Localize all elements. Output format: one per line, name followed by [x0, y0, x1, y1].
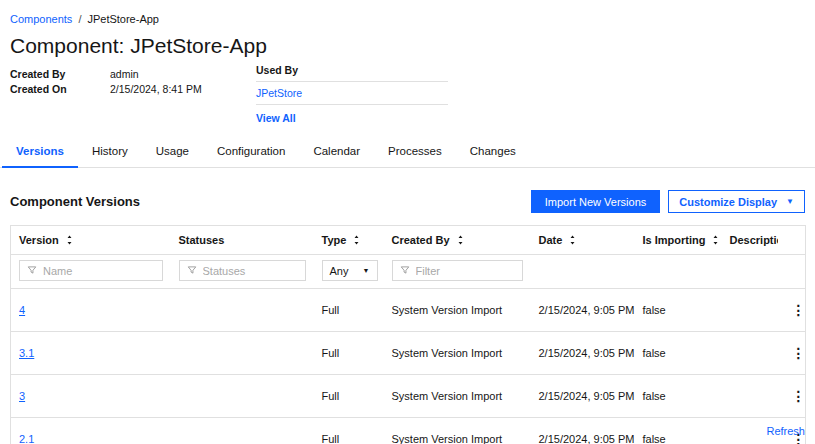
column-label-description: Description — [730, 234, 778, 246]
version-row: 3 Full System Version Import 2/15/2024, … — [11, 375, 806, 418]
section-actions: Import New Versions Customize Display ▼ — [531, 190, 805, 213]
column-header-description: Description — [722, 226, 778, 255]
column-header-date[interactable]: Date — [531, 226, 635, 255]
column-header-version[interactable]: Version — [11, 226, 171, 255]
import-new-versions-button[interactable]: Import New Versions — [531, 190, 660, 213]
used-by-item: JPetStore — [256, 82, 448, 105]
tab-versions[interactable]: Versions — [2, 136, 78, 168]
version-row: 2.1 Full System Version Import 2/15/2024… — [11, 418, 806, 444]
component-meta: Created By admin Created On 2/15/2024, 8… — [10, 68, 815, 124]
funnel-icon — [400, 265, 410, 277]
type-filter-select[interactable]: Any ▼ — [322, 260, 378, 281]
tab-usage[interactable]: Usage — [142, 136, 203, 167]
chevron-down-icon: ▼ — [786, 197, 794, 206]
sort-arrows-icon — [711, 235, 720, 245]
column-label-version: Version — [19, 234, 59, 246]
type-filter-value: Any — [330, 265, 349, 277]
created-by-cell: System Version Import — [384, 289, 531, 332]
statuses-cell — [171, 418, 314, 444]
created-by-filter — [392, 260, 523, 281]
date-cell: 2/15/2024, 9:05 PM — [531, 418, 635, 444]
statuses-filter — [179, 260, 306, 281]
customize-display-button[interactable]: Customize Display ▼ — [668, 190, 805, 213]
version-row: 4 Full System Version Import 2/15/2024, … — [11, 289, 806, 332]
description-cell — [722, 375, 778, 418]
type-cell: Full — [314, 375, 384, 418]
is-importing-cell: false — [635, 332, 722, 375]
type-cell: Full — [314, 418, 384, 444]
statuses-cell — [171, 332, 314, 375]
component-versions-table: Version Statuses Type — [10, 225, 806, 444]
statuses-filter-input[interactable] — [203, 265, 298, 277]
component-page: Components / JPetStore-App Component: JP… — [0, 0, 815, 444]
breadcrumb-separator: / — [78, 13, 81, 25]
created-by-cell: System Version Import — [384, 375, 531, 418]
column-label-is-importing: Is Importing — [643, 234, 706, 246]
tab-calendar[interactable]: Calendar — [299, 136, 374, 167]
is-importing-cell: false — [635, 418, 722, 444]
version-filter — [19, 260, 163, 281]
column-label-created-by: Created By — [392, 234, 450, 246]
created-on-value: 2/15/2024, 8:41 PM — [110, 83, 202, 95]
breadcrumb: Components / JPetStore-App — [0, 0, 815, 25]
funnel-icon — [27, 265, 37, 277]
column-header-actions — [778, 226, 806, 255]
funnel-icon — [187, 265, 197, 277]
refresh-link[interactable]: Refresh — [766, 425, 805, 437]
version-link[interactable]: 4 — [19, 304, 25, 316]
column-label-date: Date — [539, 234, 563, 246]
created-by-filter-input[interactable] — [416, 265, 515, 277]
chevron-down-icon: ▼ — [363, 267, 370, 274]
version-link[interactable]: 3.1 — [19, 347, 34, 359]
table-header-row: Version Statuses Type — [11, 226, 806, 255]
date-cell: 2/15/2024, 9:05 PM — [531, 332, 635, 375]
statuses-cell — [171, 289, 314, 332]
description-cell — [722, 289, 778, 332]
column-header-created-by[interactable]: Created By — [384, 226, 531, 255]
column-header-statuses: Statuses — [171, 226, 314, 255]
used-by-label: Used By — [256, 64, 448, 82]
sort-arrows-icon — [65, 235, 74, 245]
created-by-cell: System Version Import — [384, 418, 531, 444]
created-by-value: admin — [110, 68, 139, 80]
version-row: 3.1 Full System Version Import 2/15/2024… — [11, 332, 806, 375]
row-actions-kebab-icon[interactable]: ⋮ — [786, 301, 806, 319]
section-title: Component Versions — [10, 194, 140, 209]
row-actions-kebab-icon[interactable]: ⋮ — [786, 387, 806, 405]
is-importing-cell: false — [635, 375, 722, 418]
tab-history[interactable]: History — [78, 136, 142, 167]
created-by-cell: System Version Import — [384, 332, 531, 375]
sort-arrows-icon — [456, 235, 465, 245]
column-label-statuses: Statuses — [179, 234, 225, 246]
versions-section-header: Component Versions Import New Versions C… — [0, 168, 815, 225]
version-link[interactable]: 2.1 — [19, 433, 34, 444]
created-on-label: Created On — [10, 83, 110, 95]
sort-arrows-icon — [568, 235, 577, 245]
view-all-link[interactable]: View All — [256, 112, 296, 124]
column-header-is-importing[interactable]: Is Importing — [635, 226, 722, 255]
column-header-type[interactable]: Type — [314, 226, 384, 255]
date-cell: 2/15/2024, 9:05 PM — [531, 289, 635, 332]
version-filter-input[interactable] — [43, 265, 155, 277]
statuses-cell — [171, 375, 314, 418]
sort-arrows-icon — [352, 235, 361, 245]
tab-configuration[interactable]: Configuration — [203, 136, 299, 167]
type-cell: Full — [314, 332, 384, 375]
page-title: Component: JPetStore-App — [10, 34, 815, 58]
breadcrumb-components-link[interactable]: Components — [10, 13, 72, 25]
used-by-application-link[interactable]: JPetStore — [256, 87, 302, 99]
customize-display-label: Customize Display — [679, 196, 777, 208]
date-cell: 2/15/2024, 9:05 PM — [531, 375, 635, 418]
table-filter-row: Any ▼ — [11, 255, 806, 289]
breadcrumb-current: JPetStore-App — [87, 13, 159, 25]
column-label-type: Type — [322, 234, 347, 246]
is-importing-cell: false — [635, 289, 722, 332]
type-cell: Full — [314, 289, 384, 332]
tab-processes[interactable]: Processes — [374, 136, 456, 167]
description-cell — [722, 332, 778, 375]
tab-changes[interactable]: Changes — [456, 136, 530, 167]
row-actions-kebab-icon[interactable]: ⋮ — [786, 344, 806, 362]
used-by-panel: Used By JPetStore View All — [256, 64, 448, 124]
component-tabs: Versions History Usage Configuration Cal… — [0, 136, 815, 168]
version-link[interactable]: 3 — [19, 390, 25, 402]
